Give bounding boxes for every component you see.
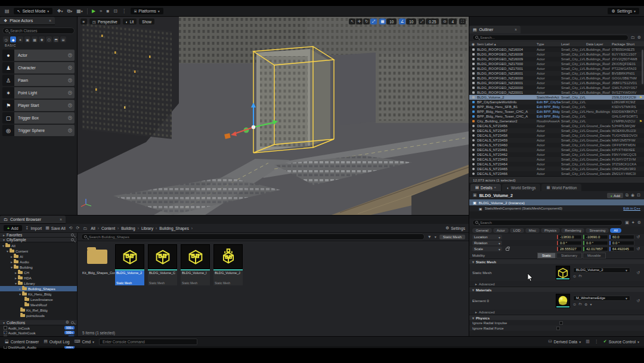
details-search-input[interactable] xyxy=(480,220,620,224)
edit-blueprint-link[interactable]: Edit BPP_Bldg xyxy=(537,105,561,109)
category-tab-actor[interactable]: Actor xyxy=(493,228,509,233)
category-tab-rendering[interactable]: Rendering xyxy=(561,228,584,233)
tree-item-building[interactable]: ▾Building xyxy=(0,264,77,270)
category-tab-streaming[interactable]: Streaming xyxy=(586,228,609,233)
outliner-row[interactable]: DECALS_NT23457ActorSmall_City_LVLGround_… xyxy=(469,128,644,133)
tab-world-partition[interactable]: ▦World Partition xyxy=(541,184,581,191)
volumes-icon[interactable]: ⬒ xyxy=(53,36,59,42)
tree-item-pointclouds[interactable]: pointclouds xyxy=(0,313,77,318)
column-level[interactable]: Level xyxy=(561,42,586,46)
outliner-search[interactable] xyxy=(472,35,628,41)
blueprint-convert-icon[interactable]: ⧉ xyxy=(626,193,628,198)
category-tab-physics[interactable]: Physics xyxy=(541,228,560,233)
outliner-row[interactable]: BLDG_Volume_2StaticMeshActSmall_City_LVL… xyxy=(469,95,644,100)
outliner-row[interactable]: BLDG_ROOFGEO_NZ17001ActorSmall_City_LVLB… xyxy=(469,66,644,71)
transform-scale-z[interactable]: 64.492045 xyxy=(609,247,634,251)
cmd-dropdown[interactable]: ⌨Cmd▾ xyxy=(75,339,94,344)
use-selected-icon[interactable]: ⊙ xyxy=(573,302,576,306)
content-browser-tab[interactable]: 🗀 Content Browser × xyxy=(0,216,66,224)
save-all-button[interactable]: ▦Save All xyxy=(45,226,65,230)
file-menu-icon[interactable]: ▤ xyxy=(5,8,10,14)
collection-audit-notincook[interactable]: ✓Audit_NotInCook999+ xyxy=(0,330,77,335)
lights-icon[interactable]: ✶ xyxy=(17,36,23,42)
materials-advanced[interactable]: ▸Advanced xyxy=(469,309,644,315)
select-tool-icon[interactable]: ↖ xyxy=(349,19,355,24)
breadcrumb-content[interactable]: Content xyxy=(101,226,115,230)
category-tab-all[interactable]: All xyxy=(610,228,621,233)
outliner-settings-icon[interactable]: ⚙ xyxy=(637,35,641,40)
mobility-stationary[interactable]: Stationary xyxy=(556,253,582,259)
asset-search[interactable] xyxy=(81,233,425,240)
tree-item-audio[interactable]: ▸Audio xyxy=(0,259,77,264)
breadcrumb-building-shapes[interactable]: Building_Shapes xyxy=(159,226,189,230)
outliner-row[interactable]: BLDG_ROOFGEO_NZ20001ActorSmall_City_LVLB… xyxy=(469,90,644,95)
materials-section-header[interactable]: ▾ Materials xyxy=(469,287,644,292)
outliner-row[interactable]: BP_CitySampleWorldInfoEdit BP_CitySaSmal… xyxy=(469,100,644,104)
collections-header[interactable]: ▾ Collections ⚙ xyxy=(0,320,77,325)
transform-label-rotation[interactable]: Rotation▾ xyxy=(472,241,502,245)
tree-item-content[interactable]: ▾Content xyxy=(0,248,77,254)
outliner-row[interactable]: BPP_Bldg_Hero_SFB_B1Edit BPP_BldgSmall_C… xyxy=(469,104,644,109)
mobility-movable[interactable]: Movable xyxy=(583,253,606,259)
close-icon[interactable]: × xyxy=(494,186,497,189)
place-actor-player-start[interactable]: ⚑Player Start? xyxy=(2,100,75,111)
favorites-icon[interactable]: ✦ xyxy=(631,220,635,225)
reset-icon[interactable]: ↺ xyxy=(636,235,641,239)
tree-item-ai[interactable]: ▸AI xyxy=(0,254,77,259)
outliner-row[interactable]: DECALS_NT23459ActorSmall_City_LVLGround_… xyxy=(469,138,644,143)
checkbox[interactable] xyxy=(556,327,560,330)
place-actors-search[interactable] xyxy=(2,27,75,34)
checkbox[interactable] xyxy=(559,321,563,325)
physics-section-header[interactable]: ▾ Physics xyxy=(469,315,644,320)
outliner-row[interactable]: DECALS_NT23463ActorSmall_City_LVLGround_… xyxy=(469,157,644,162)
derived-data-button[interactable]: ⛁Derived Data▾ xyxy=(549,339,581,344)
tree-item-all[interactable]: ▾All xyxy=(0,243,77,248)
transform-scale-y[interactable]: 42.017857 xyxy=(583,247,608,251)
output-log-button[interactable]: ▤Output Log xyxy=(44,339,69,344)
asset-bldg-volume-i[interactable]: BLDG_Volume_IStatic Mesh xyxy=(181,244,210,285)
filter-icon[interactable]: ▼ xyxy=(428,235,432,239)
scale-snap-icon[interactable]: ⤢ xyxy=(419,19,425,24)
recently-placed-icon[interactable]: ◷ xyxy=(3,36,9,42)
asset-bldg-volume-j[interactable]: BLDG_Volume_JStatic Mesh xyxy=(213,244,243,285)
stop-button[interactable]: ■ xyxy=(106,8,109,14)
static-mesh-dropdown[interactable]: BLDG_Volume_2▾ xyxy=(573,267,630,273)
play-button[interactable]: ▶ xyxy=(92,8,95,14)
shapes-icon[interactable]: ▣ xyxy=(24,36,30,42)
tree-item-ch[interactable]: ▸CH xyxy=(0,270,77,275)
details-settings-icon[interactable]: ⚙ xyxy=(637,220,641,225)
checkbox[interactable] xyxy=(4,326,7,330)
column-data-layer[interactable]: Data Layer xyxy=(586,42,612,46)
outliner-row[interactable]: BLDG_ROOFGEO_NZ16008ActorSmall_City_LVLB… xyxy=(469,52,644,57)
edit-blueprint-link[interactable]: Edit BPP_Bldg xyxy=(537,115,561,118)
edit-blueprint-link[interactable]: Edit BP_CitySa xyxy=(537,100,561,104)
browse-icon[interactable]: ◉ xyxy=(631,193,634,198)
static-mesh-section-header[interactable]: ▾ Static Mesh xyxy=(469,259,644,264)
transform-location-x[interactable]: -13830.0 xyxy=(557,235,582,239)
favorites-header[interactable]: ▸ Favorites xyxy=(0,233,77,238)
outliner-row[interactable]: BLDG_ROOFGEO_NZ17000ActorSmall_City_LVLB… xyxy=(469,61,644,66)
quick-add-icon[interactable]: ❖▾ xyxy=(57,8,63,14)
rotate-tool-icon[interactable]: ↻ xyxy=(363,19,370,24)
outliner-row[interactable]: BLDG_ROOFGEO_NZ16009ActorSmall_City_LVLB… xyxy=(469,57,644,61)
asset-search-input[interactable] xyxy=(89,235,422,239)
scale-tool-icon[interactable]: ⤢ xyxy=(370,19,377,24)
transform-location-y[interactable]: -10690.0 xyxy=(583,235,608,239)
reset-icon[interactable]: ↺ xyxy=(636,299,641,303)
place-actor-trigger-sphere[interactable]: ◎Trigger Sphere? xyxy=(2,125,75,136)
transform-rotation-x[interactable]: 0.0 ° xyxy=(557,241,582,245)
tree-item-hda[interactable]: ▸HDA xyxy=(0,275,77,281)
cinematics-icon[interactable]: ▦▾ xyxy=(76,8,83,14)
breadcrumb-all[interactable]: All xyxy=(91,226,95,230)
place-actor-character[interactable]: ♟Character? xyxy=(2,62,75,73)
cinematic-icon[interactable]: ▦ xyxy=(32,36,38,42)
tree-item-kit-ref-bldg[interactable]: Kit_Ref_Bldg xyxy=(0,307,77,313)
frame-skip-button[interactable]: » xyxy=(100,8,102,14)
place-actor-pawn[interactable]: ♙Pawn? xyxy=(2,75,75,86)
mobility-static[interactable]: Static xyxy=(537,253,556,259)
viewport-menu-icon[interactable]: ≡ xyxy=(80,19,87,24)
close-icon[interactable]: × xyxy=(49,19,51,23)
outliner-row[interactable]: BPP_Bldg_Hero_Tower_CHC_AEdit BPP_BldgSm… xyxy=(469,114,644,119)
back-icon[interactable]: ⟲ xyxy=(69,226,73,230)
performance-icon[interactable]: ▥ xyxy=(586,339,590,344)
